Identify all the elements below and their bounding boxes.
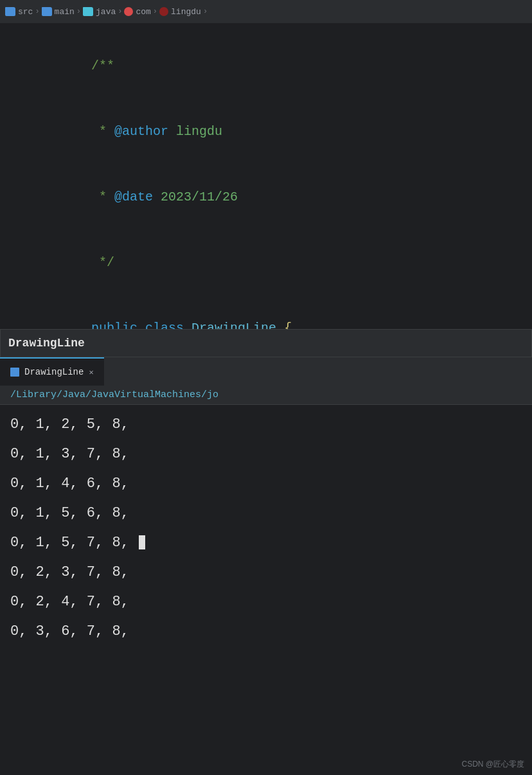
code-line-2: * @author lingdu: [0, 99, 532, 165]
breadcrumb-main: main: [42, 7, 75, 17]
code-line-3: * @date 2023/11/26: [0, 165, 532, 230]
watermark: CSDN @匠心零度: [461, 759, 524, 770]
folder-icon: [42, 7, 52, 16]
breadcrumb-main-label: main: [55, 7, 75, 17]
code-token: [168, 124, 176, 139]
code-token: /**: [91, 58, 114, 73]
terminal-line-7: 0, 2, 4, 7, 8,: [10, 587, 522, 617]
terminal-line-1: 0, 1, 2, 5, 8,: [10, 410, 522, 440]
breadcrumb-src-label: src: [18, 7, 33, 17]
code-token: lingdu: [176, 124, 222, 139]
terminal-path: /Library/Java/JavaVirtualMachines/jo: [0, 386, 532, 405]
chevron-icon: ›: [35, 7, 39, 16]
code-token: 2023/11/26: [161, 190, 238, 204]
code-token: */: [91, 255, 114, 270]
tab-label: DrawingLine: [24, 367, 84, 377]
code-tooltip: DrawingLine: [0, 329, 532, 357]
breadcrumb-lingdu: lingdu: [159, 7, 201, 17]
breadcrumb-lingdu-label: lingdu: [171, 7, 201, 17]
code-token: @date: [114, 190, 153, 204]
terminal-line-3: 0, 1, 4, 6, 8,: [10, 469, 522, 499]
breadcrumb-src: src: [5, 7, 33, 17]
chevron-icon: ›: [76, 7, 81, 16]
code-content-4: */: [19, 230, 114, 296]
breadcrumb-java: java: [83, 7, 116, 17]
folder-icon: [5, 7, 15, 16]
terminal-line-2: 0, 1, 3, 7, 8,: [10, 440, 522, 469]
chevron-icon: ›: [153, 7, 157, 16]
code-token: [153, 190, 161, 204]
terminal-cursor: [139, 535, 145, 549]
code-token: @author: [114, 124, 168, 139]
tab-file-icon: [10, 368, 19, 377]
tab-close-button[interactable]: ✕: [89, 368, 93, 377]
dot-icon: [124, 7, 133, 16]
tab-bar: DrawingLine ✕: [0, 357, 532, 386]
main-content: /** * @author lingdu * @date 2023/11/26 …: [0, 23, 532, 775]
tab-drawing-line[interactable]: DrawingLine ✕: [0, 357, 104, 386]
dot-icon: [159, 7, 168, 16]
code-content-3: * @date 2023/11/26: [19, 165, 238, 230]
folder-icon: [83, 7, 93, 16]
terminal-line-6: 0, 2, 3, 7, 8,: [10, 558, 522, 587]
breadcrumb-java-label: java: [96, 7, 116, 17]
terminal-line-5: 0, 1, 5, 7, 8,: [10, 528, 522, 558]
code-editor: /** * @author lingdu * @date 2023/11/26 …: [0, 23, 532, 357]
breadcrumb-com-label: com: [136, 7, 150, 17]
code-token: *: [91, 124, 114, 139]
tooltip-text: DrawingLine: [8, 337, 85, 350]
chevron-icon: ›: [118, 7, 122, 16]
chevron-icon: ›: [203, 7, 208, 16]
code-content-1: /**: [19, 33, 114, 99]
breadcrumb-com: com: [124, 7, 150, 17]
code-line-4: */: [0, 230, 532, 296]
breadcrumb: src › main › java › com › lingdu ›: [0, 0, 532, 23]
code-content-2: * @author lingdu: [19, 99, 222, 165]
terminal-line-8: 0, 3, 6, 7, 8,: [10, 617, 522, 646]
code-line-1: /**: [0, 33, 532, 99]
terminal-area: /Library/Java/JavaVirtualMachines/jo 0, …: [0, 386, 532, 775]
terminal-line-4: 0, 1, 5, 6, 8,: [10, 499, 522, 528]
terminal-output: 0, 1, 2, 5, 8, 0, 1, 3, 7, 8, 0, 1, 4, 6…: [0, 405, 532, 652]
code-token: *: [91, 190, 114, 204]
